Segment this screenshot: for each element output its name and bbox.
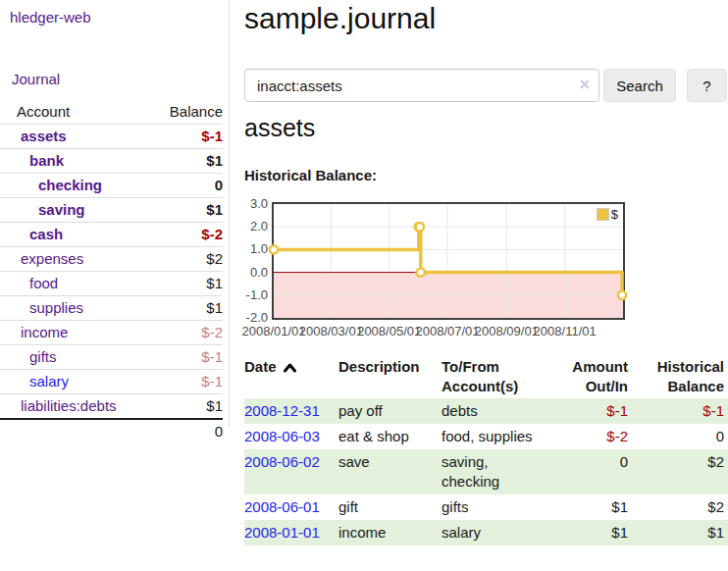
transaction-description: income [338, 520, 442, 545]
balance-chart: $ 3.02.01.00.0-1.0-2.02008/01/012008/03/… [244, 196, 656, 343]
register-row: 2008-01-01incomesalary$1$1 [244, 520, 728, 545]
account-balance: $1 [149, 296, 223, 321]
chart-legend: $ [596, 207, 619, 222]
transaction-balance: 0 [628, 424, 728, 449]
chart-y-axis-label: 0.0 [244, 264, 268, 282]
chart-plot: $ [272, 202, 625, 320]
account-link[interactable]: gifts [29, 348, 57, 365]
transaction-date-link[interactable]: 2008-01-01 [244, 524, 320, 541]
account-balance: 0 [149, 174, 223, 198]
transaction-balance: $2 [628, 449, 728, 494]
account-link[interactable]: supplies [29, 299, 83, 316]
account-row: salary$-1 [0, 370, 223, 394]
account-row: expenses$2 [0, 247, 223, 272]
account-link[interactable]: expenses [21, 250, 83, 267]
register-row: 2008-06-02savesaving, checking0$2 [244, 449, 728, 494]
transaction-amount: $1 [543, 520, 628, 545]
chart-title: Historical Balance: [244, 167, 377, 183]
transaction-balance: $1 [628, 520, 728, 545]
chart-canvas [274, 204, 623, 318]
account-link[interactable]: liabilities:debts [21, 397, 117, 414]
transaction-date-link[interactable]: 2008-06-01 [244, 498, 320, 515]
chart-x-axis-label: 2008/09/01 [475, 324, 539, 338]
transaction-amount: $1 [543, 494, 628, 520]
account-balance: $-2 [149, 223, 223, 247]
transaction-date-cell: 2008-12-31 [244, 398, 338, 424]
account-link[interactable]: cash [29, 226, 63, 242]
transaction-accounts: debts [442, 398, 543, 424]
chart-x-axis-label: 2008/07/01 [415, 324, 479, 338]
account-balance: $1 [149, 394, 223, 420]
register-row: 2008-06-01giftgifts$1$2 [244, 494, 728, 520]
app-title-link[interactable]: hledger-web [0, 0, 229, 26]
account-balance: $-1 [149, 125, 223, 149]
sidebar: hledger-web Journal Account Balance asse… [0, 0, 230, 427]
transaction-amount: 0 [543, 449, 628, 494]
account-row: cash$-2 [0, 223, 223, 247]
register-header-balance: Historical Balance [628, 355, 728, 398]
account-balance: $-1 [149, 370, 223, 394]
main-content: sample.journal ✕ Search ? assets Histori… [244, 0, 728, 571]
transaction-date-cell: 2008-06-02 [244, 449, 338, 494]
account-link[interactable]: saving [38, 201, 85, 218]
account-row: assets$-1 [0, 125, 223, 149]
legend-label: $ [611, 207, 618, 222]
account-balance: $-1 [149, 345, 223, 370]
help-button[interactable]: ? [687, 69, 727, 102]
clear-search-icon[interactable]: ✕ [579, 77, 591, 92]
register-table: Date Description To/From Account(s) Amou… [244, 355, 728, 545]
chart-y-axis-label: 3.0 [244, 195, 268, 213]
accounts-total-row: 0 [0, 419, 223, 443]
register-header-description: Description [338, 355, 442, 398]
sidebar-item-journal[interactable]: Journal [0, 26, 229, 87]
search-input[interactable] [244, 69, 599, 102]
register-header-date-label: Date [244, 358, 277, 375]
account-balance: $2 [149, 247, 223, 272]
transaction-accounts: food, supplies [442, 424, 543, 449]
accounts-header-row: Account Balance [0, 100, 223, 125]
register-header-row: Date Description To/From Account(s) Amou… [244, 355, 728, 398]
legend-swatch-icon [597, 208, 609, 221]
transaction-description: eat & shop [338, 424, 442, 449]
transaction-accounts: salary [442, 520, 543, 545]
account-row: bank$1 [0, 149, 223, 174]
account-link[interactable]: checking [38, 177, 102, 193]
chart-x-axis-label: 2008/01/01 [241, 324, 305, 338]
chart-x-axis-label: 2008/11/01 [534, 324, 597, 338]
account-row: food$1 [0, 272, 223, 296]
account-balance: $1 [149, 149, 223, 174]
transaction-amount: $-1 [543, 398, 628, 424]
account-link[interactable]: food [29, 275, 58, 291]
sort-ascending-icon [283, 362, 297, 373]
account-link[interactable]: assets [21, 128, 67, 144]
transaction-date-link[interactable]: 2008-06-02 [244, 453, 320, 470]
transaction-date-link[interactable]: 2008-06-03 [244, 428, 320, 444]
chart-y-axis-label: -1.0 [244, 286, 268, 304]
chart-y-axis-label: 1.0 [244, 240, 268, 258]
search-form: ✕ Search ? [244, 69, 728, 102]
account-link[interactable]: salary [29, 373, 69, 389]
account-balance: $1 [149, 198, 223, 223]
transaction-date-link[interactable]: 2008-12-31 [244, 402, 320, 419]
transaction-amount: $-2 [543, 424, 628, 449]
transaction-description: gift [338, 494, 442, 520]
transaction-date-cell: 2008-01-01 [244, 520, 338, 545]
search-button[interactable]: Search [603, 69, 676, 102]
chart-x-axis-label: 2008/05/01 [357, 324, 421, 338]
transaction-date-cell: 2008-06-03 [244, 424, 338, 449]
account-link[interactable]: bank [29, 152, 64, 169]
account-row: gifts$-1 [0, 345, 223, 370]
account-row: saving$1 [0, 198, 223, 223]
page-title: sample.journal [244, 2, 436, 35]
accounts-header-account: Account [0, 100, 149, 125]
account-balance: $1 [149, 272, 223, 296]
register-header-date[interactable]: Date [244, 355, 338, 398]
accounts-table-body: assets$-1bank$1checking0saving$1cash$-2e… [0, 125, 223, 420]
account-link[interactable]: income [21, 324, 68, 340]
accounts-header-balance: Balance [149, 100, 223, 125]
transaction-accounts: saving, checking [442, 449, 543, 494]
transaction-description: save [338, 449, 442, 494]
transaction-description: pay off [338, 398, 442, 424]
transaction-date-cell: 2008-06-01 [244, 494, 338, 520]
register-table-body: 2008-12-31pay offdebts$-1$-12008-06-03ea… [244, 398, 728, 545]
